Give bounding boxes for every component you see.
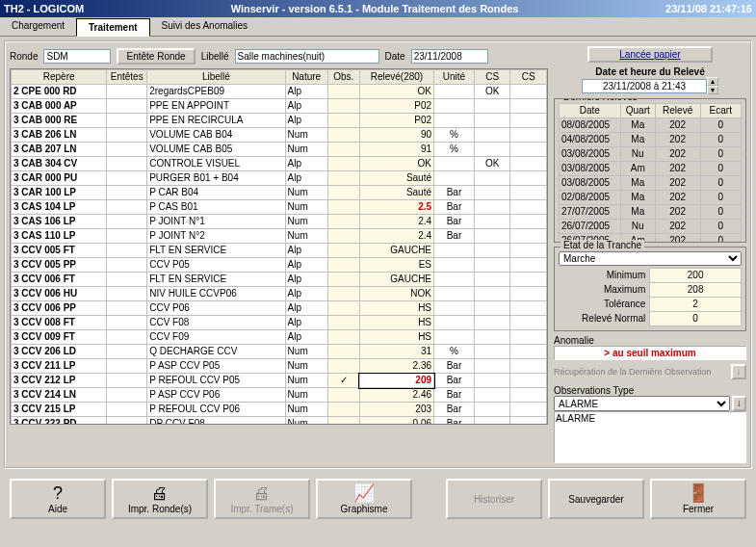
table-row[interactable]: 3 CCV 005 PPCCV P05AlpES xyxy=(12,258,547,273)
anomalie-value: > au seuil maximum xyxy=(554,346,746,360)
historiser-button: Historiser xyxy=(446,479,542,519)
table-row[interactable]: 2 CPE 000 RD2regardsCPEB09AlpOKOK xyxy=(12,85,547,99)
impr-trame-button: 🖨Impr. Trame(s) xyxy=(214,479,310,519)
grid-header[interactable]: Relevé(280) xyxy=(359,70,433,85)
derniers-row[interactable]: 03/08/2005Nu2020 xyxy=(560,147,742,162)
tab-chargement[interactable]: Chargement xyxy=(0,17,76,36)
etat-tol: 2 xyxy=(650,298,742,312)
libelle-label: Libellé xyxy=(201,51,229,62)
table-row[interactable]: 3 CAB 206 LNVOLUME CAB B04Num90% xyxy=(12,128,547,143)
impr-ronde-button[interactable]: 🖨Impr. Ronde(s) xyxy=(112,479,208,519)
table-row[interactable]: 3 CCV 005 FTFLT EN SERVICEAlpGAUCHE xyxy=(12,244,547,258)
etat-max-label: Maximum xyxy=(559,283,650,298)
table-row[interactable]: 3 CCV 211 LPP ASP CCV P05Num2.36Bar xyxy=(12,359,547,374)
table-row[interactable]: 3 CCV 222 PDDP CCV F08Num0.06Bar xyxy=(12,417,547,426)
table-row[interactable]: 3 CAS 110 LPP JOINT N°2Num2.4Bar xyxy=(12,229,547,244)
printer-icon: 🖨 xyxy=(253,484,271,502)
ronde-input[interactable] xyxy=(43,49,111,64)
table-row[interactable]: 3 CCV 212 LPP REFOUL CCV P05Num✓209Bar xyxy=(12,374,547,388)
grid-header[interactable]: Entêtes xyxy=(107,70,147,85)
etat-norm: 0 xyxy=(650,312,742,326)
lancee-papier-button[interactable]: Lancée papier xyxy=(587,46,713,63)
table-row[interactable]: 3 CCV 006 PPCCV P06AlpHS xyxy=(12,301,547,316)
date-label: Date xyxy=(385,51,405,62)
recup-button[interactable]: ↓ xyxy=(731,364,746,379)
tab-suivi-anomalies[interactable]: Suivi des Anomalies xyxy=(150,17,260,36)
libelle-input[interactable] xyxy=(235,49,379,64)
derniers-row[interactable]: 03/08/2005Ma2020 xyxy=(560,176,742,191)
derniers-row[interactable]: 04/08/2005Ma2020 xyxy=(560,133,742,147)
table-row[interactable]: 3 CAB 207 LNVOLUME CAB B05Num91% xyxy=(12,143,547,157)
main-grid[interactable]: RepèreEntêtesLibelléNatureObs.Relevé(280… xyxy=(10,68,548,425)
table-row[interactable]: 3 CAB 304 CVCONTROLE VISUELAlpOKOK xyxy=(12,157,547,171)
table-row[interactable]: 3 CCV 009 FTCCV F09AlpHS xyxy=(12,330,547,345)
fermer-button[interactable]: 🚪Fermer xyxy=(650,479,746,519)
derniers-header[interactable]: Ecart xyxy=(700,104,741,118)
derniers-header[interactable]: Quart xyxy=(620,104,655,118)
etat-select[interactable]: Marche xyxy=(559,251,742,266)
table-row[interactable]: 3 CAS 106 LPP JOINT N°1Num2.4Bar xyxy=(12,215,547,229)
obs-list[interactable]: ALARME xyxy=(554,411,746,463)
derniers-row[interactable]: 03/08/2005Am2020 xyxy=(560,162,742,176)
dateheure-up[interactable]: ▲ xyxy=(707,77,718,86)
derniers-row[interactable]: 26/07/2005Nu2020 xyxy=(560,220,742,234)
table-row[interactable]: 3 CAS 104 LPP CAS B01Num2.5Bar xyxy=(12,200,547,215)
grid-header[interactable]: CS xyxy=(510,70,547,85)
help-icon: ? xyxy=(53,484,63,502)
grid-header[interactable]: Unité xyxy=(434,70,475,85)
derniers-header[interactable]: Relevé xyxy=(655,104,700,118)
tab-traitement[interactable]: Traitement xyxy=(76,18,150,37)
aide-button[interactable]: ?Aide xyxy=(10,479,106,519)
table-row[interactable]: 3 CAR 000 PUPURGER B01 + B04AlpSauté xyxy=(12,171,547,186)
derniers-title: Derniers Relevés xyxy=(560,98,640,102)
dateheure-down[interactable]: ▼ xyxy=(707,86,718,94)
etat-max: 208 xyxy=(650,283,742,298)
table-row[interactable]: 3 CCV 214 LNP ASP CCV P06Num2.46Bar xyxy=(12,388,547,403)
derniers-row[interactable]: 08/08/2005Ma2020 xyxy=(560,118,742,133)
obs-list-item[interactable]: ALARME xyxy=(556,413,744,424)
recup-label: Récupération de la Dernière Observation xyxy=(554,367,712,377)
table-row[interactable]: 3 CCV 006 HUNIV HUILE CCVP06AlpNOK xyxy=(12,287,547,301)
ronde-label: Ronde xyxy=(10,51,38,62)
table-row[interactable]: 3 CCV 215 LPP REFOUL CCV P06Num203Bar xyxy=(12,403,547,417)
dateheure-label: Date et heure du Relevé xyxy=(554,66,746,77)
grid-header[interactable]: Libellé xyxy=(147,70,285,85)
grid-header[interactable]: CS xyxy=(474,70,510,85)
dateheure-input[interactable] xyxy=(582,79,707,93)
obs-type-label: Observations Type xyxy=(554,385,746,396)
graphisme-button[interactable]: 📈Graphisme xyxy=(316,479,412,519)
derniers-header[interactable]: Date xyxy=(560,104,621,118)
obs-add-button[interactable]: ↓ xyxy=(732,396,746,411)
chart-icon: 📈 xyxy=(353,484,375,502)
module-title: Winservir - version 6.5.1 - Module Trait… xyxy=(231,0,519,17)
table-row[interactable]: 3 CAB 000 REPPE EN RECIRCULAAlpP02 xyxy=(12,114,547,128)
etat-min: 200 xyxy=(650,269,742,283)
anomalie-label: Anomalie xyxy=(554,335,746,346)
etat-norm-label: Relevé Normal xyxy=(559,312,650,326)
grid-header[interactable]: Repère xyxy=(12,70,107,85)
entete-ronde-button[interactable]: Entête Ronde xyxy=(117,48,195,65)
grid-header[interactable]: Obs. xyxy=(327,70,359,85)
sauvegarder-button[interactable]: Sauvegarder xyxy=(548,479,644,519)
etat-min-label: Minimum xyxy=(559,269,650,283)
derniers-row[interactable]: 27/07/2005Ma2020 xyxy=(560,205,742,220)
table-row[interactable]: 3 CCV 006 FTFLT EN SERVICEAlpGAUCHE xyxy=(12,273,547,287)
date-input[interactable] xyxy=(411,49,488,64)
printer-icon: 🖨 xyxy=(151,484,169,502)
obs-type-select[interactable]: ALARME xyxy=(554,396,730,411)
etat-title: Etat de la Tranche xyxy=(560,240,644,250)
table-row[interactable]: 3 CCV 008 FTCCV F08AlpHS xyxy=(12,316,547,330)
clock: 23/11/08 21:47:16 xyxy=(665,0,752,17)
exit-icon: 🚪 xyxy=(688,484,709,502)
table-row[interactable]: 3 CCV 206 LDQ DECHARGE CCVNum31% xyxy=(12,345,547,359)
grid-header[interactable]: Nature xyxy=(285,70,327,85)
app-title: TH2 - LOGICOM xyxy=(4,0,84,17)
table-row[interactable]: 3 CAR 100 LPP CAR B04NumSautéBar xyxy=(12,186,547,200)
etat-tol-label: Tolérance xyxy=(559,298,650,312)
table-row[interactable]: 3 CAB 000 APPPE EN APPOINTAlpP02 xyxy=(12,99,547,114)
derniers-row[interactable]: 02/08/2005Ma2020 xyxy=(560,191,742,205)
